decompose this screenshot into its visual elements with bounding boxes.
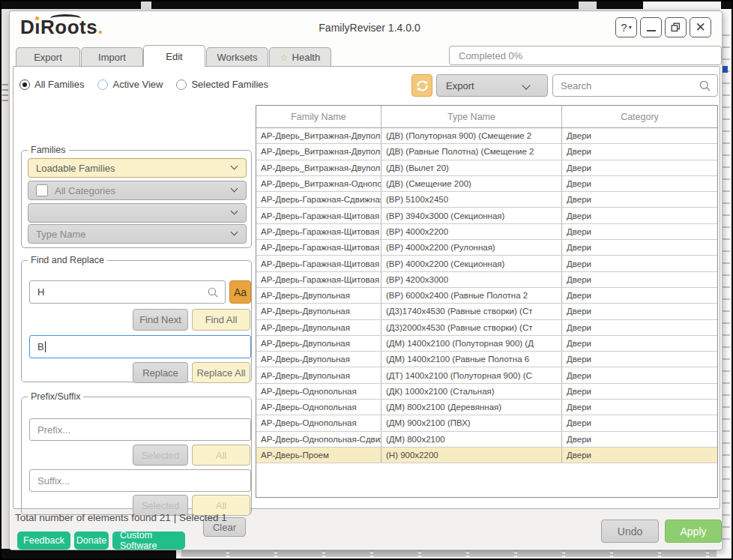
familyreviser-dialog: DıRoots. FamilyReviser 1.4.0.0 ?▾ ✕ Expo…	[9, 10, 723, 550]
table-cell: (ВР) 4000х2200 (Рулонная)	[381, 240, 562, 255]
table-row[interactable]: АР-Дверь-Гаражная-Сдвижная(ВР) 5100х2450…	[256, 192, 717, 208]
diroots-logo: DıRoots.	[20, 16, 103, 39]
find-all-button[interactable]: Find All	[192, 309, 250, 331]
table-row[interactable]: АР-Дверь_Витражная-Двупольная-(ДВ) (Выле…	[256, 160, 717, 176]
table-cell: Двери	[562, 432, 717, 447]
table-cell: АР-Дверь_Витражная-Двупольная-	[256, 160, 381, 175]
minimize-icon	[647, 30, 656, 31]
table-cell: (ДМ) 800х2100	[381, 432, 562, 447]
replace-button[interactable]: Replace	[133, 362, 188, 383]
radio-active-view[interactable]: Active View	[97, 79, 163, 90]
logo-oo-arc: oo	[55, 16, 79, 39]
donate-button[interactable]: Donate	[74, 532, 109, 550]
table-row[interactable]: АР-Дверь-Двупольная(ДМ) 1400х2100 (Полут…	[256, 336, 717, 352]
tab-label: Edit	[166, 51, 182, 62]
table-cell: Двери	[562, 240, 717, 255]
feedback-button[interactable]: Feedback	[17, 532, 70, 550]
tab-export[interactable]: Export	[16, 47, 80, 67]
table-row[interactable]: АР-Дверь_Витражная-Двупольная(ДВ) (Полут…	[256, 128, 717, 144]
table-row[interactable]: АР-Дверь-Двупольная(ВР) 6000х2400 (Равны…	[256, 288, 717, 304]
column-header-family-name[interactable]: Family Name	[256, 106, 381, 127]
table-cell: (ДВ) (Полуторная 900) (Смещение 2	[381, 128, 562, 143]
type-name-dropdown[interactable]: Type Name	[28, 224, 247, 244]
suffix-input[interactable]	[29, 469, 251, 492]
refresh-button[interactable]	[411, 74, 432, 97]
table-cell: (ДМ) 1400х2100 (Полуторная 900) (Д	[381, 336, 562, 351]
table-row[interactable]: АР-Дверь-Двупольная(ДМ) 1400х2100 (Равны…	[256, 352, 717, 367]
minimize-button[interactable]	[640, 17, 662, 37]
table-row[interactable]: АР-Дверь-Гаражная-Щитовая(ВР) 4000х2200 …	[256, 256, 717, 271]
table-row[interactable]: АР-Дверь_Витражная-Однопольная(ДВ) (Смещ…	[256, 176, 717, 192]
background-top-gap	[643, 1, 721, 9]
prefix-all-button[interactable]: All	[192, 445, 250, 466]
prefix-input[interactable]	[29, 418, 251, 441]
table-row[interactable]: АР-Дверь-Проем(Н) 900х2200Двери	[256, 448, 717, 463]
radio-all-families[interactable]: All Families	[19, 79, 84, 90]
replace-input[interactable]: В	[29, 335, 251, 358]
tab-edit[interactable]: Edit	[143, 45, 205, 67]
button-label: Replace	[142, 367, 178, 379]
table-row[interactable]: АР-Дверь-Гаражная-Щитовая(ВР) 4200х3000Д…	[256, 272, 717, 288]
table-cell: АР-Дверь-Гаражная-Щитовая	[256, 224, 381, 239]
close-button[interactable]: ✕	[690, 17, 711, 37]
button-label: Apply	[680, 526, 706, 538]
table-row[interactable]: АР-Дверь-Двупольная(Д3)1740х4530 (Равные…	[256, 304, 717, 319]
progress-text: Completed 0%	[459, 50, 522, 61]
table-cell: (Д3)2000х4530 (Равные створки) (Ст	[381, 320, 562, 335]
match-case-button[interactable]: Aa	[229, 280, 251, 304]
table-row[interactable]: АР-Дверь-Однопольная-Сдвижная(ДМ) 800х21…	[256, 432, 717, 448]
radio-selected-families[interactable]: Selected Families	[176, 79, 268, 90]
column-header-category[interactable]: Category	[562, 106, 717, 127]
dropdown-value: Loadable Families	[36, 163, 115, 174]
help-button[interactable]: ?▾	[615, 17, 637, 37]
table-cell: (Н) 900х2200	[381, 448, 562, 463]
table-cell: Двери	[562, 224, 717, 239]
table-cell: АР-Дверь-Однопольная	[256, 415, 381, 430]
all-categories-checkbox[interactable]	[36, 184, 48, 196]
table-cell: Двери	[562, 384, 717, 399]
search-input[interactable]: Search	[552, 74, 718, 97]
table-row[interactable]: АР-Дверь-Однопольная(ДК) 1000х2100 (Стал…	[256, 384, 717, 400]
table-row[interactable]: АР-Дверь-Двупольная(Д3)2000х4530 (Равные…	[256, 320, 717, 336]
table-cell: АР-Дверь-Гаражная-Сдвижная	[256, 192, 381, 207]
scope-radio-group: All Families Active View Selected Famili…	[19, 79, 268, 90]
family-kind-dropdown[interactable]: Loadable Families	[28, 158, 247, 178]
tab-worksets[interactable]: Worksets	[206, 47, 268, 67]
tab-health[interactable]: ☆Health	[269, 47, 331, 67]
categories-dropdown[interactable]: All Categories	[28, 181, 247, 200]
prefix-suffix-legend: Prefix/Suffix	[28, 391, 83, 402]
tab-import[interactable]: Import	[81, 47, 143, 67]
table-row[interactable]: АР-Дверь-Гаражная-Щитовая(ВР) 4000х2200 …	[256, 240, 717, 256]
table-row[interactable]: АР-Дверь-Гаражная-Щитовая(ВР) 4000х2200Д…	[256, 224, 717, 240]
column-header-type-name[interactable]: Type Name	[381, 106, 562, 127]
restore-button[interactable]	[665, 17, 687, 37]
table-row[interactable]: АР-Дверь-Однопольная(ДМ) 800х2100 (Дерев…	[256, 400, 717, 415]
table-row[interactable]: АР-Дверь_Витражная-Двупольная(ДВ) (Равны…	[256, 144, 717, 160]
find-input[interactable]: Н	[29, 280, 226, 304]
table-row[interactable]: АР-Дверь-Однопольная(ДМ) 900х2100 (ПВХ)Д…	[256, 415, 717, 431]
radio-icon	[19, 79, 30, 90]
table-cell: АР-Дверь_Витражная-Двупольная	[256, 128, 381, 143]
table-cell: АР-Дверь-Двупольная	[256, 304, 381, 319]
find-next-button[interactable]: Find Next	[133, 309, 188, 331]
table-cell: Двери	[562, 320, 717, 335]
background-top-gap	[579, 1, 597, 9]
family-dropdown[interactable]	[28, 203, 247, 223]
action-dropdown[interactable]: Export	[436, 74, 548, 97]
custom-software-button[interactable]: Custom Software	[112, 532, 185, 550]
apply-button[interactable]: Apply	[665, 520, 722, 543]
progress-bar: Completed 0%	[449, 46, 722, 65]
table-row[interactable]: АР-Дверь-Двупольная(ДТ) 1400х2100 (Полут…	[256, 367, 717, 383]
undo-button[interactable]: Undo	[601, 520, 659, 543]
table-cell: (ВР) 6000х2400 (Равные Полотна 2	[381, 288, 562, 303]
table-cell: Двери	[562, 256, 717, 271]
prefix-selected-button[interactable]: Selected	[133, 445, 188, 466]
table-cell: АР-Дверь-Двупольная	[256, 288, 381, 303]
background-top-strip	[1, 1, 732, 9]
table-cell: Двери	[562, 336, 717, 351]
table-row[interactable]: АР-Дверь-Гаражная-Щитовая(ВР) 3940х3000 …	[256, 208, 717, 223]
radio-label: Active View	[112, 79, 163, 90]
table-cell: (ВР) 4000х2200	[381, 224, 562, 239]
status-text: Total number of elements found 21 | Sele…	[15, 512, 227, 523]
replace-all-button[interactable]: Replace All	[192, 362, 250, 383]
